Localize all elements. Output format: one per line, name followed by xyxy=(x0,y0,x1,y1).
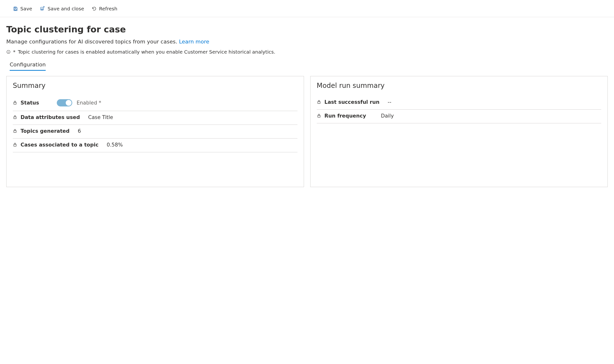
save-button-label: Save xyxy=(20,6,32,12)
svg-rect-5 xyxy=(14,102,16,104)
status-label: Status xyxy=(21,100,40,106)
refresh-button-label: Refresh xyxy=(99,6,117,12)
run-frequency-field: Run frequency Daily xyxy=(317,110,601,123)
info-icon xyxy=(6,50,11,54)
svg-rect-7 xyxy=(14,130,16,132)
page-subtitle: Manage configurations for AI discovered … xyxy=(6,39,608,45)
data-attributes-label: Data attributes used xyxy=(21,114,80,120)
command-bar: Save Save and close Refresh xyxy=(0,0,614,17)
run-frequency-label: Run frequency xyxy=(325,113,373,119)
refresh-button[interactable]: Refresh xyxy=(91,5,118,13)
status-field: Status Enabled * xyxy=(13,96,298,111)
tab-strip: Configuration xyxy=(10,62,608,71)
content-columns: Summary Status Enabled * xyxy=(6,76,608,187)
save-icon xyxy=(13,6,18,11)
save-button[interactable]: Save xyxy=(12,5,33,13)
toggle-knob xyxy=(66,100,71,106)
info-line: * Topic clustering for cases is enabled … xyxy=(6,49,608,55)
cases-associated-field: Cases associated to a topic 0.58% xyxy=(13,139,298,152)
model-run-card-title: Model run summary xyxy=(317,82,601,90)
topics-generated-value: 6 xyxy=(78,128,81,134)
save-and-close-button-label: Save and close xyxy=(48,6,84,12)
lock-icon xyxy=(13,100,17,106)
svg-rect-1 xyxy=(14,7,16,8)
page-body: Topic clustering for case Manage configu… xyxy=(0,17,614,197)
save-and-close-icon xyxy=(40,6,45,11)
svg-rect-10 xyxy=(317,115,320,117)
topics-generated-field: Topics generated 6 xyxy=(13,125,298,139)
save-and-close-button[interactable]: Save and close xyxy=(39,5,85,13)
tab-configuration[interactable]: Configuration xyxy=(10,62,46,71)
lock-icon xyxy=(13,115,17,120)
lock-icon xyxy=(317,99,321,105)
status-value: Enabled * xyxy=(77,100,101,106)
last-run-label: Last successful run xyxy=(325,99,380,105)
last-run-field: Last successful run -- xyxy=(317,96,601,110)
refresh-icon xyxy=(92,6,97,11)
lock-icon xyxy=(13,129,17,134)
svg-point-4 xyxy=(8,51,9,52)
svg-rect-8 xyxy=(14,144,16,146)
svg-rect-6 xyxy=(14,117,16,119)
lock-icon xyxy=(317,113,321,119)
data-attributes-value: Case Title xyxy=(88,114,113,120)
data-attributes-field: Data attributes used Case Title xyxy=(13,111,298,125)
run-frequency-value: Daily xyxy=(381,113,394,119)
svg-rect-2 xyxy=(41,9,43,10)
cases-associated-value: 0.58% xyxy=(107,142,123,148)
topics-generated-label: Topics generated xyxy=(21,128,69,134)
last-run-value: -- xyxy=(388,99,391,105)
svg-rect-0 xyxy=(14,9,16,10)
summary-card: Summary Status Enabled * xyxy=(6,76,304,187)
lock-icon xyxy=(13,142,17,148)
model-run-card: Model run summary Last successful run -- xyxy=(310,76,608,187)
svg-rect-9 xyxy=(317,102,320,104)
page-subtitle-text: Manage configurations for AI discovered … xyxy=(6,39,179,45)
status-toggle[interactable] xyxy=(57,99,72,106)
summary-card-title: Summary xyxy=(13,82,298,90)
cases-associated-label: Cases associated to a topic xyxy=(21,142,99,148)
page-title: Topic clustering for case xyxy=(6,24,608,34)
info-text: Topic clustering for cases is enabled au… xyxy=(18,49,275,55)
info-star: * xyxy=(13,49,15,55)
learn-more-link[interactable]: Learn more xyxy=(179,39,209,45)
